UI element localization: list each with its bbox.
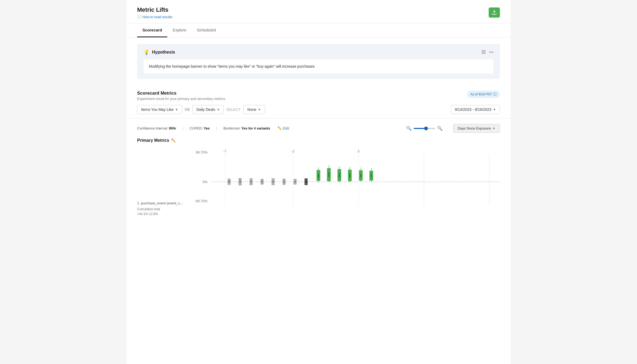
y-label-bot: -99.70% (195, 199, 208, 203)
chevron-down-icon-c: ▼ (258, 108, 261, 111)
chart-y-axis: 99.70% 0% -99.70% 1. purchase_event (eve… (137, 147, 212, 216)
zoom-slider[interactable] (414, 128, 435, 129)
document-icon: 📄 (137, 15, 141, 19)
export-icon (491, 10, 497, 15)
x-label-neg2: -2 (292, 149, 294, 153)
cuped: CUPED: Yes (190, 126, 210, 130)
primary-metrics-header: Primary Metrics ✏️ (137, 138, 500, 143)
primary-metrics-title: Primary Metrics (137, 138, 169, 143)
info-icon[interactable]: ⓘ (493, 92, 497, 97)
hypothesis-body: Modifying the homepage banner to show "i… (144, 59, 493, 74)
how-to-read-link[interactable]: 📄 How to read results (137, 15, 500, 19)
x-label-neg7: -7 (223, 149, 226, 153)
chart-svg: -7 -2 3 (212, 147, 500, 216)
chevron-down-icon-b: ▼ (217, 108, 220, 111)
chart-container: 99.70% 0% -99.70% 1. purchase_event (eve… (137, 147, 500, 217)
hypothesis-title: Hypothesis (152, 50, 175, 55)
tab-explore[interactable]: Explore (167, 23, 192, 37)
zoom-out-icon: 🔍 (406, 126, 412, 131)
chevron-down-icon-date: ▼ (493, 108, 496, 111)
export-button[interactable] (489, 7, 500, 18)
chevron-down-icon-days: ▼ (492, 127, 495, 130)
edit-metrics-icon[interactable]: ✏️ (171, 138, 176, 143)
y-label-top: 99.70% (196, 150, 208, 154)
confidence-interval: Confidence Interval: 95% (137, 126, 176, 130)
separator-1: | (182, 126, 183, 131)
cumulative-label: Cumulative total +44.1% ±2.8% (137, 207, 160, 216)
edit-link[interactable]: ✏️ Edit (278, 126, 289, 130)
more-options-icon[interactable]: ••• (489, 50, 493, 55)
chart-area: -7 -2 3 (212, 147, 500, 217)
tab-scorecard[interactable]: Scorecard (137, 23, 167, 37)
tab-scheduled[interactable]: Scheduled (192, 23, 221, 37)
scorecard-title: Scorecard Metrics (137, 91, 225, 96)
zoom-in-icon: 🔍 (437, 126, 443, 131)
pencil-icon: ✏️ (278, 126, 282, 130)
days-since-exposure-button[interactable]: Days Since Exposure ▼ (453, 124, 500, 133)
page-title: Metric Lifts (137, 6, 500, 13)
as-of-badge: As of 9/19 PST ⓘ (467, 91, 500, 98)
select-label: SELECT (226, 108, 241, 112)
tabs-nav: Scorecard Explore Scheduled (126, 23, 511, 38)
metric-name-label: 1. purchase_event (event_c... (137, 201, 183, 205)
date-range-button[interactable]: 9/13/2023 - 9/19/2023 ▼ (451, 105, 500, 114)
hypothesis-section: 💡 Hypothesis 🖼 ••• Modifying the homepag… (137, 44, 500, 79)
none-dropdown[interactable]: None ▼ (243, 105, 265, 114)
y-label-mid: 0% (202, 180, 208, 184)
variant-a-dropdown[interactable]: Items You May Like ▼ (137, 105, 182, 114)
controls-row: Items You May Like ▼ VS Daily Deals ▼ SE… (137, 105, 500, 114)
zoom-controls: 🔍 🔍 (406, 126, 443, 131)
vs-label: VS (185, 107, 190, 112)
variant-b-dropdown[interactable]: Daily Deals ▼ (192, 105, 224, 114)
x-label-3: 3 (357, 149, 359, 153)
image-icon[interactable]: 🖼 (481, 50, 486, 55)
chevron-down-icon: ▼ (175, 108, 178, 111)
confidence-row: Confidence Interval: 95% | CUPED: Yes | … (137, 124, 500, 133)
metrics-section: Confidence Interval: 95% | CUPED: Yes | … (126, 119, 511, 223)
bonferroni: Bonferroni: Yes for # variants (224, 126, 270, 130)
scorecard-section: Scorecard Metrics Experiment result for … (126, 85, 511, 118)
export-button-area (489, 7, 500, 18)
scorecard-subtitle: Experiment result for your primary and s… (137, 97, 225, 101)
separator-2: | (216, 126, 217, 131)
lightbulb-icon: 💡 (144, 49, 149, 55)
